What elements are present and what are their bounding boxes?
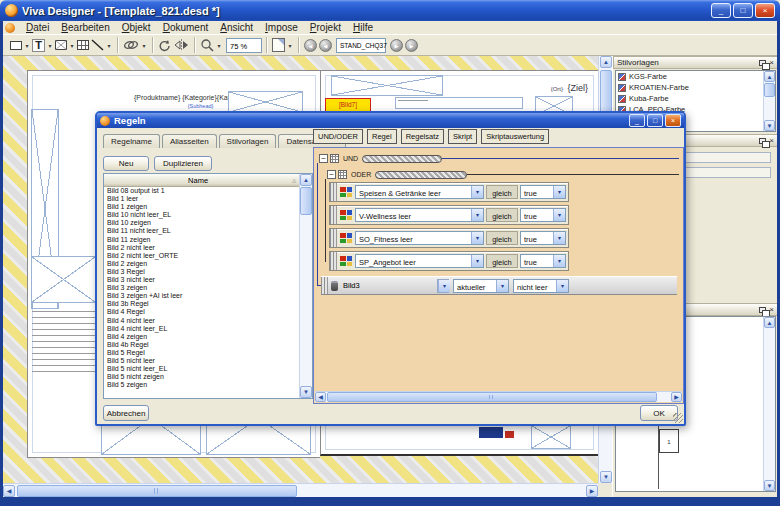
dropdown-arrow-icon[interactable]: ▾ <box>438 280 450 292</box>
field-select[interactable]: ▾ <box>437 279 449 293</box>
menu-item[interactable]: Objekt <box>116 21 157 34</box>
image-frame[interactable] <box>331 75 443 96</box>
page-name-input[interactable]: STAND_CHQ37 <box>336 38 386 53</box>
value-select[interactable]: true ▾ <box>520 231 566 245</box>
rule-list-item[interactable]: Bild 5 nicht leer_EL <box>105 365 300 373</box>
style-list-item[interactable]: KROATIEN-Farbe <box>616 82 775 93</box>
image-frame-tool-button[interactable] <box>54 36 68 54</box>
flip-tool-button[interactable] <box>173 36 190 54</box>
scroll-up-icon[interactable]: ▲ <box>600 56 612 68</box>
page-layout-button[interactable] <box>271 36 286 54</box>
scroll-right-icon[interactable]: ▶ <box>586 485 598 497</box>
text-tool-button[interactable]: T <box>31 36 46 54</box>
rule-list-item[interactable]: Bild 1 leer <box>105 195 300 203</box>
list-header[interactable]: Name △ <box>104 174 300 187</box>
drag-handle-icon[interactable] <box>330 229 337 247</box>
drag-handle-icon[interactable] <box>321 277 328 294</box>
rectangle-tool-button[interactable] <box>9 36 23 54</box>
style-list-item[interactable]: KGS-Farbe <box>616 71 775 82</box>
color-box[interactable] <box>505 431 514 438</box>
dialog-resize-grip[interactable] <box>673 413 683 423</box>
rule-list-item[interactable]: Bild 5 nicht leer <box>105 357 300 365</box>
zoom-tool-button[interactable] <box>199 36 215 54</box>
rule-toolbar-button[interactable]: Regelsatz <box>401 129 444 144</box>
scroll-left-icon[interactable]: ◀ <box>315 392 326 402</box>
rule-list-item[interactable]: Bild 5 zeigen <box>105 381 300 389</box>
last-page-button[interactable]: ▶ <box>405 39 418 52</box>
field-select[interactable]: SP_Angebot leer ▾ <box>355 254 484 268</box>
rule-list-item[interactable]: Bild 4 nicht leer_EL <box>105 325 300 333</box>
image-frame[interactable] <box>531 425 571 449</box>
text-field-frame[interactable] <box>395 97 523 109</box>
table-tool-button[interactable] <box>76 36 90 54</box>
dock-icon[interactable] <box>759 138 766 144</box>
scroll-down-icon[interactable]: ▼ <box>600 471 612 483</box>
rule-toolbar-button[interactable]: UND/ODER <box>313 129 363 144</box>
page-layout-dropdown-icon[interactable]: ▾ <box>286 42 294 49</box>
image-frame[interactable] <box>31 256 96 303</box>
drag-handle-icon[interactable] <box>330 183 337 201</box>
style-list-item[interactable]: Kuba-Farbe <box>616 93 775 104</box>
dialog-minimize-icon[interactable]: _ <box>629 114 645 127</box>
scroll-up-icon[interactable]: ▲ <box>300 174 312 186</box>
drag-handle-icon[interactable] <box>330 206 337 224</box>
field-select[interactable]: Speisen & Getränke leer ▾ <box>355 185 484 199</box>
pages-scrollbar[interactable]: ▲ ▼ <box>763 317 775 491</box>
scroll-right-icon[interactable]: ▶ <box>671 392 682 402</box>
rule-list-item[interactable]: Bild 11 nicht leer_EL <box>105 227 300 235</box>
color-box[interactable] <box>479 427 503 438</box>
maximize-icon[interactable]: □ <box>733 3 753 18</box>
rule-toolbar-button[interactable]: Skriptauswertung <box>481 129 549 144</box>
zoom-level-input[interactable]: 75 % <box>226 38 262 53</box>
scrollbar-thumb[interactable] <box>17 485 297 497</box>
dropdown-arrow-icon[interactable]: ▾ <box>496 280 508 292</box>
rule-list-item[interactable]: Bild 5 nicht zeigen <box>105 373 300 381</box>
rule-list-item[interactable]: Bild 2 nicht leer_ORTE <box>105 252 300 260</box>
dialog-close-icon[interactable]: × <box>665 114 681 127</box>
rule-list-item[interactable]: Bild 3 Regel <box>105 268 300 276</box>
insert-node-icon[interactable] <box>330 154 339 163</box>
neu-button[interactable]: Neu <box>103 156 149 171</box>
line-tool-button[interactable] <box>90 36 105 54</box>
menu-item[interactable]: Datei <box>20 21 55 34</box>
scrollbar-thumb[interactable] <box>764 83 775 97</box>
value-select[interactable]: true ▾ <box>520 208 566 222</box>
dropdown-arrow-icon[interactable]: ▾ <box>553 209 565 221</box>
dropdown-arrow-icon[interactable]: ▾ <box>556 280 568 292</box>
dropdown-arrow-icon[interactable]: ▾ <box>471 232 483 244</box>
next-page-button[interactable]: ▶ <box>390 39 403 52</box>
panel-horizontal-scrollbar[interactable]: ◀ ▶ <box>315 391 682 402</box>
scroll-left-icon[interactable]: ◀ <box>3 485 15 497</box>
menu-item[interactable]: Hilfe <box>347 21 379 34</box>
dropdown-arrow-icon[interactable]: ▾ <box>471 186 483 198</box>
abbrechen-button[interactable]: Abbrechen <box>103 405 149 421</box>
rule-list-item[interactable]: Bild 3 zeigen <box>105 284 300 292</box>
menu-item[interactable]: Impose <box>259 21 304 34</box>
rule-list-item[interactable]: Bild 1 zeigen <box>105 203 300 211</box>
scrollbar-thumb[interactable] <box>300 187 312 215</box>
rule-list-item[interactable]: Bild 3b Regel <box>105 300 300 308</box>
dialog-tab[interactable]: Aliasseiten <box>162 134 217 148</box>
duplizieren-button[interactable]: Duplizieren <box>154 156 212 171</box>
rule-list-item[interactable]: Bild 4 nicht leer <box>105 317 300 325</box>
zoom-tool-dropdown-icon[interactable]: ▾ <box>215 42 223 49</box>
image-frame[interactable] <box>228 91 303 113</box>
rule-list-item[interactable]: Bild 08 output ist 1 <box>105 187 300 195</box>
canvas-horizontal-scrollbar[interactable]: ◀ ▶ <box>3 483 598 497</box>
field-select[interactable]: SO_Fitness leer ▾ <box>355 231 484 245</box>
ort-ziel-placeholder[interactable]: {Ort} {Ziel} <box>551 77 588 95</box>
body-text-block[interactable] <box>32 311 96 373</box>
menu-item[interactable]: Ansicht <box>214 21 259 34</box>
scroll-up-icon[interactable]: ▲ <box>764 317 775 328</box>
und-drag-handle[interactable] <box>362 155 442 163</box>
menu-item[interactable]: Dokument <box>157 21 215 34</box>
rule-list-item[interactable]: Bild 4 Regel <box>105 308 300 316</box>
collapse-icon[interactable]: − <box>327 170 336 179</box>
list-scrollbar[interactable]: ▲ ▼ <box>299 174 312 398</box>
dropdown-arrow-icon[interactable]: ▾ <box>553 255 565 267</box>
value-select[interactable]: nicht leer ▾ <box>513 279 569 293</box>
rule-list-item[interactable]: Bild 2 nicht leer <box>105 244 300 252</box>
scrollbar-thumb[interactable] <box>327 392 657 402</box>
dialog-maximize-icon[interactable]: □ <box>647 114 663 127</box>
rule-list-item[interactable]: Bild 5 Regel <box>105 349 300 357</box>
